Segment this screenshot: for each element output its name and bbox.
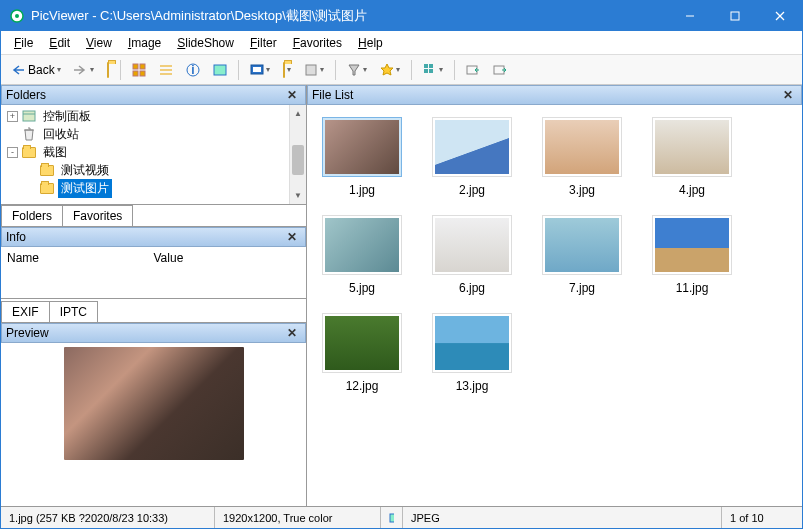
menu-slideshow[interactable]: SlideShow <box>170 33 241 53</box>
up-folder-button[interactable] <box>102 59 114 81</box>
info-button[interactable]: i <box>181 59 205 81</box>
forward-button[interactable]: ▾ <box>69 60 99 80</box>
menu-view[interactable]: View <box>79 33 119 53</box>
chevron-down-icon: ▾ <box>287 65 291 74</box>
folder-tree[interactable]: +控制面板回收站-截图测试视频测试图片 ▲ ▼ <box>1 105 306 205</box>
thumbnail-label: 11.jpg <box>676 281 709 295</box>
file-thumbnail[interactable]: 5.jpg <box>319 215 405 295</box>
window-title: PicViewer - C:\Users\Administrator\Deskt… <box>31 7 667 25</box>
svg-rect-7 <box>140 64 145 69</box>
menu-file[interactable]: File <box>7 33 40 53</box>
maximize-button[interactable] <box>712 1 757 31</box>
thumbnail-box <box>652 215 732 275</box>
file-thumbnail[interactable]: 1.jpg <box>319 117 405 197</box>
file-thumbnail[interactable]: 6.jpg <box>429 215 515 295</box>
preview-panel-header: Preview ✕ <box>1 323 306 343</box>
file-list[interactable]: 1.jpg2.jpg3.jpg4.jpg5.jpg6.jpg7.jpg11.jp… <box>307 105 802 506</box>
menu-edit[interactable]: Edit <box>42 33 77 53</box>
chevron-down-icon: ▾ <box>363 65 367 74</box>
tab-folders[interactable]: Folders <box>1 205 63 226</box>
minimize-button[interactable] <box>667 1 712 31</box>
svg-rect-22 <box>429 69 433 73</box>
file-thumbnail[interactable]: 4.jpg <box>649 117 735 197</box>
info-icon: i <box>186 63 200 77</box>
import-button[interactable] <box>461 59 485 81</box>
import-icon <box>466 63 480 77</box>
preview-panel-close-icon[interactable]: ✕ <box>283 326 301 340</box>
favorites-button[interactable]: ▾ <box>375 59 405 81</box>
file-thumbnail[interactable]: 7.jpg <box>539 215 625 295</box>
status-format: JPEG <box>403 507 722 528</box>
thumbnail-box <box>432 313 512 373</box>
info-panel-close-icon[interactable]: ✕ <box>283 230 301 244</box>
tree-scrollbar[interactable]: ▲ ▼ <box>289 105 306 204</box>
back-button[interactable]: Back ▾ <box>7 59 66 81</box>
file-thumbnail[interactable]: 12.jpg <box>319 313 405 393</box>
menu-favorites[interactable]: Favorites <box>286 33 349 53</box>
tree-expander-icon[interactable]: + <box>7 111 18 122</box>
menu-help[interactable]: Help <box>351 33 390 53</box>
status-file-info: 1.jpg (257 KB ?2020/8/23 10:33) <box>1 507 215 528</box>
tree-node[interactable]: 测试视频 <box>3 161 304 179</box>
thumbnail-image <box>435 218 509 272</box>
scroll-up-icon[interactable]: ▲ <box>290 105 306 122</box>
left-tabs: Folders Favorites <box>1 205 306 227</box>
filelist-panel-title: File List <box>312 88 779 102</box>
folders-panel-close-icon[interactable]: ✕ <box>283 88 301 102</box>
thumbnail-label: 13.jpg <box>456 379 489 393</box>
settings-button[interactable]: ▾ <box>299 59 329 81</box>
folder-up-icon <box>107 63 109 77</box>
fullscreen-button[interactable]: ▾ <box>245 59 275 81</box>
thumbnail-label: 1.jpg <box>349 183 375 197</box>
tree-node-label: 控制面板 <box>40 107 94 126</box>
svg-rect-18 <box>306 65 316 75</box>
thumbnail-image <box>325 218 399 272</box>
file-thumbnail[interactable]: 11.jpg <box>649 215 735 295</box>
thumbnail-image <box>655 120 729 174</box>
menu-image[interactable]: Image <box>121 33 168 53</box>
tab-favorites[interactable]: Favorites <box>62 205 133 226</box>
scroll-down-icon[interactable]: ▼ <box>290 187 306 204</box>
star-icon <box>380 63 394 77</box>
preview-icon <box>213 63 227 77</box>
scroll-thumb[interactable] <box>292 145 304 175</box>
thumbnail-box <box>322 117 402 177</box>
view-mode-button[interactable]: ▾ <box>418 59 448 81</box>
filter-button[interactable]: ▾ <box>342 59 372 81</box>
thumbnails-view-button[interactable] <box>127 59 151 81</box>
open-button[interactable]: ▾ <box>278 59 296 81</box>
list-view-button[interactable] <box>154 59 178 81</box>
tree-node[interactable]: 测试图片 <box>3 179 304 197</box>
preview-toggle-button[interactable] <box>208 59 232 81</box>
tree-node[interactable]: -截图 <box>3 143 304 161</box>
close-button[interactable] <box>757 1 802 31</box>
tree-node[interactable]: 回收站 <box>3 125 304 143</box>
thumbnail-image <box>435 120 509 174</box>
status-icon-1 <box>381 507 403 528</box>
filelist-panel-close-icon[interactable]: ✕ <box>779 88 797 102</box>
filelist-panel-header: File List ✕ <box>307 85 802 105</box>
menu-filter[interactable]: Filter <box>243 33 284 53</box>
thumbnail-box <box>542 215 622 275</box>
thumbnail-image <box>545 218 619 272</box>
thumbnail-image <box>325 120 399 174</box>
export-button[interactable] <box>488 59 512 81</box>
chevron-down-icon: ▾ <box>90 65 94 74</box>
tab-exif[interactable]: EXIF <box>1 301 50 322</box>
app-icon <box>9 8 25 24</box>
tree-expander-icon[interactable]: - <box>7 147 18 158</box>
info-col-value: Value <box>154 251 301 265</box>
tree-node-label: 截图 <box>40 143 70 162</box>
funnel-icon <box>347 63 361 77</box>
tab-iptc[interactable]: IPTC <box>49 301 98 322</box>
svg-rect-19 <box>424 64 428 68</box>
file-thumbnail[interactable]: 3.jpg <box>539 117 625 197</box>
folders-panel-header: Folders ✕ <box>1 85 306 105</box>
thumbnail-label: 7.jpg <box>569 281 595 295</box>
file-thumbnail[interactable]: 13.jpg <box>429 313 515 393</box>
thumbnail-box <box>432 215 512 275</box>
tree-node-label: 回收站 <box>40 125 82 144</box>
svg-point-1 <box>15 14 19 18</box>
file-thumbnail[interactable]: 2.jpg <box>429 117 515 197</box>
tree-node[interactable]: +控制面板 <box>3 107 304 125</box>
